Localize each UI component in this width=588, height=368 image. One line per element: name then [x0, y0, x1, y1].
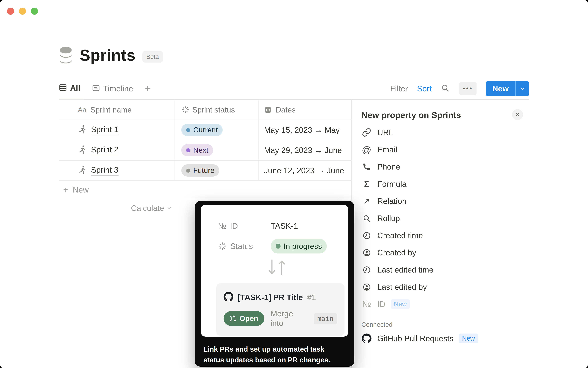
property-item-last-edited-time[interactable]: Last edited time	[361, 261, 588, 278]
app-window: Sprints Beta All	[0, 0, 588, 368]
sprint-name-cell[interactable]: Sprint 2	[59, 140, 175, 160]
minimize-window-button[interactable]	[19, 8, 26, 15]
property-item-created-time[interactable]: Created time	[361, 227, 588, 244]
table-row: Sprint 3 Future June 12, 2023 → June	[59, 161, 351, 181]
new-feature-badge: New	[459, 333, 478, 343]
calendar-icon	[264, 106, 272, 114]
runner-icon	[78, 165, 87, 176]
dates-cell[interactable]: May 29, 2023 → June	[259, 140, 351, 160]
sigma-icon: Σ	[361, 180, 372, 188]
new-dropdown-button[interactable]	[516, 81, 529, 96]
tab-all-label: All	[70, 83, 80, 93]
property-item-id[interactable]: № ID New	[361, 295, 588, 313]
pull-request-card: [TASK-1] PR Title #1 Open Merge into mai…	[216, 283, 345, 336]
text-property-icon: Aa	[78, 106, 86, 114]
table-view-icon	[59, 83, 67, 93]
timeline-view-icon	[92, 84, 100, 93]
sort-button[interactable]: Sort	[417, 84, 431, 93]
pr-number: #1	[307, 293, 316, 302]
page-title: Sprints	[80, 46, 135, 64]
calculate-button[interactable]: Calculate	[59, 199, 175, 217]
property-item-phone[interactable]: Phone	[361, 158, 588, 175]
property-item-relation[interactable]: ↗ Relation	[361, 193, 588, 210]
add-row-button[interactable]: + New	[59, 181, 351, 199]
clock-icon	[361, 265, 372, 274]
sprint-link[interactable]: Sprint 2	[91, 145, 118, 156]
column-header-sprint-status[interactable]: Sprint status	[175, 100, 259, 120]
panel-title: New property on Sprints	[361, 110, 588, 120]
status-dot	[276, 244, 281, 248]
magnifier-icon	[361, 214, 372, 223]
status-pill: Next	[181, 144, 213, 156]
sync-arrows-icon	[266, 259, 348, 277]
column-header-dates[interactable]: Dates	[259, 100, 351, 120]
github-integration-popup: № ID TASK-1	[195, 201, 354, 367]
window-controls	[7, 8, 38, 15]
table-row: Sprint 2 Next May 29, 2023 → June	[59, 140, 351, 161]
status-spinner-icon	[218, 242, 227, 250]
id-label: ID	[230, 221, 238, 231]
view-toolbar: Filter Sort ••• New	[390, 81, 529, 96]
property-item-github-pull-requests[interactable]: GitHub Pull Requests New	[361, 330, 588, 347]
table-row: Sprint 1 Current May 15, 2023 → May	[59, 120, 351, 140]
close-window-button[interactable]	[7, 8, 14, 15]
github-logo-icon	[361, 333, 372, 343]
property-item-rollup[interactable]: Rollup	[361, 210, 588, 227]
clock-icon	[361, 231, 372, 240]
status-dot	[186, 168, 190, 172]
more-options-button[interactable]: •••	[459, 82, 476, 95]
property-item-url[interactable]: URL	[361, 124, 588, 141]
id-number-icon: №	[361, 300, 372, 308]
link-icon	[361, 128, 372, 137]
dates-cell[interactable]: May 15, 2023 → May	[259, 120, 351, 140]
search-icon[interactable]	[441, 83, 450, 94]
column-label: Sprint name	[90, 105, 132, 114]
at-sign-icon: @	[361, 145, 372, 154]
sprint-name-cell[interactable]: Sprint 3	[59, 161, 175, 180]
view-tabbar: All Timeline + Filter Sort	[59, 77, 529, 100]
tab-timeline[interactable]: Timeline	[92, 77, 137, 100]
filter-button[interactable]: Filter	[390, 84, 408, 93]
sprint-link[interactable]: Sprint 1	[91, 125, 118, 135]
ellipsis-icon: •••	[463, 85, 473, 92]
sprint-status-cell[interactable]: Next	[175, 140, 259, 160]
property-item-created-by[interactable]: Created by	[361, 244, 588, 261]
beta-badge: Beta	[142, 51, 163, 62]
pull-request-icon	[230, 315, 236, 322]
dates-cell[interactable]: June 12, 2023 → June	[259, 161, 351, 180]
sprint-link[interactable]: Sprint 3	[91, 165, 118, 176]
table-header-row: Aa Sprint name Sprint status	[59, 100, 351, 120]
arrow-up-right-icon: ↗	[361, 197, 372, 205]
person-icon	[361, 248, 372, 257]
task-id-value: TASK-1	[271, 221, 298, 231]
connected-section-label: Connected	[361, 319, 588, 330]
property-item-email[interactable]: @ Email	[361, 141, 588, 158]
in-progress-pill: In progress	[271, 239, 327, 254]
status-pill: Current	[181, 124, 223, 136]
sprint-name-cell[interactable]: Sprint 1	[59, 120, 175, 140]
plus-icon: +	[63, 184, 68, 195]
sprints-table: Aa Sprint name Sprint status	[59, 100, 351, 217]
tab-timeline-label: Timeline	[103, 84, 133, 93]
close-panel-button[interactable]	[512, 109, 523, 120]
sprint-status-cell[interactable]: Current	[175, 120, 259, 140]
new-button[interactable]: New	[486, 81, 516, 96]
calculate-label: Calculate	[131, 203, 164, 213]
new-property-panel: New property on Sprints URL	[351, 100, 588, 368]
tab-all[interactable]: All	[59, 77, 84, 100]
sprint-status-cell[interactable]: Future	[175, 161, 259, 180]
property-item-formula[interactable]: Σ Formula	[361, 175, 588, 193]
popup-caption: Link PRs and set up automated task statu…	[195, 337, 354, 365]
task-status-row: Status In progress	[218, 239, 348, 254]
merge-into-label: Merge into	[271, 309, 307, 328]
status-label: Status	[230, 241, 253, 251]
runner-icon	[78, 124, 87, 136]
column-header-sprint-name[interactable]: Aa Sprint name	[59, 100, 175, 120]
add-view-button[interactable]: +	[145, 83, 151, 95]
zoom-window-button[interactable]	[31, 8, 38, 15]
database-icon	[59, 46, 73, 64]
status-dot	[186, 148, 190, 152]
runner-icon	[78, 145, 87, 156]
column-label: Sprint status	[192, 105, 235, 114]
property-item-last-edited-by[interactable]: Last edited by	[361, 278, 588, 295]
